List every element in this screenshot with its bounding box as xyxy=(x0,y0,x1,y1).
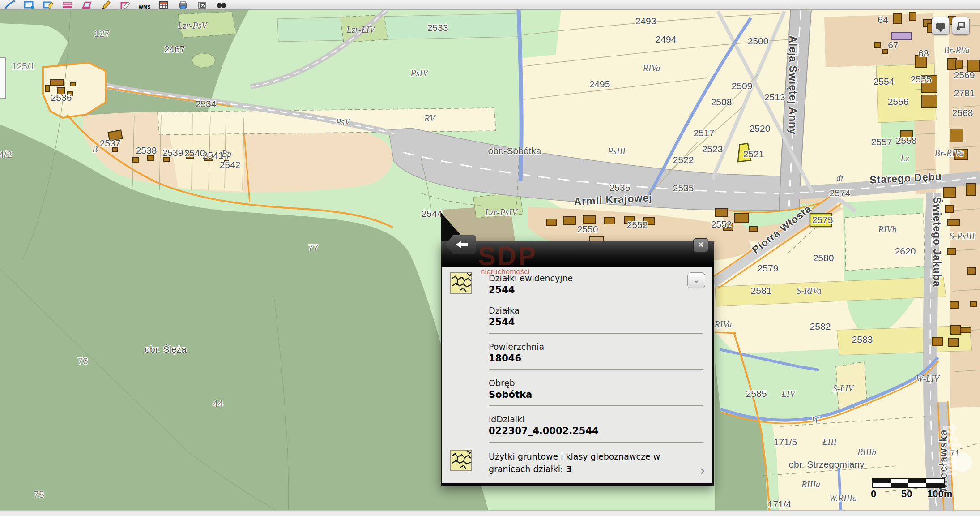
pencil-icon xyxy=(101,0,111,9)
scale-tick-50: 50 xyxy=(901,488,912,500)
measure-area-tool[interactable] xyxy=(81,0,93,9)
popup-field-label: Użytki gruntowe i klasy gleboznawcze w g… xyxy=(489,451,697,475)
scale-bar: 0 50 100m xyxy=(872,478,948,499)
attribute-table-tool[interactable] xyxy=(158,0,170,9)
popup-header: ✕ xyxy=(441,241,714,267)
edit-polygon-icon xyxy=(120,0,131,9)
layer-thumbnail-icon xyxy=(450,272,472,294)
edit-rectangle-tool[interactable] xyxy=(42,0,55,9)
bottom-bar xyxy=(0,510,980,516)
checkbox-icon xyxy=(197,0,208,9)
app-window: 127125/14/225362467Lzr-PsV2534B253725382… xyxy=(0,0,980,516)
select-rectangle-tool[interactable] xyxy=(23,0,35,9)
popup-row: Działka2544 xyxy=(442,299,712,331)
popup-field-value: 022307_4.0002.2544 xyxy=(489,426,705,436)
speech-bubble-icon xyxy=(936,23,945,29)
scale-tick-0: 0 xyxy=(871,488,876,500)
select-features-tool[interactable] xyxy=(196,0,209,9)
zoom-slider[interactable] xyxy=(0,57,6,99)
collapse-attributes-button[interactable]: ⌄ xyxy=(687,272,705,288)
back-arrow-icon xyxy=(455,240,469,249)
chevron-right-icon: › xyxy=(700,466,705,475)
feature-info-popup: ✕ Działki ewidencyjne2544⌄Działka2544Pow… xyxy=(441,241,714,486)
rectangle-pencil-icon xyxy=(43,0,54,9)
popup-row: Działki ewidencyjne2544⌄ xyxy=(442,267,712,299)
popup-field-value: 2544 xyxy=(489,317,705,327)
popup-field-label: idDzialki xyxy=(489,414,705,424)
popup-row: ObrębSobótka xyxy=(442,372,712,404)
popup-field-value: 2544 xyxy=(489,284,687,295)
extent-window-icon xyxy=(956,21,966,31)
toolbar: WMS xyxy=(0,0,980,10)
feedback-bubble-button[interactable] xyxy=(932,17,950,35)
pink-lines-icon xyxy=(62,0,73,9)
print-tool[interactable] xyxy=(177,0,189,9)
popup-field-label: Obręb xyxy=(489,378,705,388)
draw-line-icon xyxy=(4,0,15,9)
scale-tick-100: 100m xyxy=(927,488,952,500)
previous-extent-button[interactable] xyxy=(952,17,970,35)
popup-field-label: Działki ewidencyjne xyxy=(489,273,687,283)
search-binoculars-tool[interactable] xyxy=(215,0,228,9)
draw-line-tool[interactable] xyxy=(4,0,16,9)
wms-tool[interactable]: WMS xyxy=(138,0,151,9)
close-popup-button[interactable]: ✕ xyxy=(693,238,708,252)
pencil-tool[interactable] xyxy=(100,0,112,9)
rectangle-icon xyxy=(24,0,34,9)
popup-row: Powierzchnia18046 xyxy=(442,335,712,367)
pink-area-icon xyxy=(81,0,92,9)
popup-link-row[interactable]: Użytki gruntowe i klasy gleboznawcze w g… xyxy=(442,444,712,479)
scale-bar-graphic xyxy=(872,478,945,488)
popup-rows: Działki ewidencyjne2544⌄Działka2544Powie… xyxy=(442,267,712,479)
popup-field-value: Sobótka xyxy=(489,389,705,400)
popup-field-value: 18046 xyxy=(489,353,705,364)
popup-field-value: 3 xyxy=(566,464,572,474)
layer-thumbnail-icon xyxy=(450,450,472,471)
table-icon xyxy=(158,0,169,9)
popup-field-label: Działka xyxy=(489,305,705,315)
binoculars-icon xyxy=(216,0,227,9)
map-viewport[interactable]: 127125/14/225362467Lzr-PsV2534B253725382… xyxy=(0,0,980,516)
printer-icon xyxy=(178,0,188,9)
popup-field-label: Powierzchnia xyxy=(489,342,705,352)
wms-label: WMS xyxy=(139,4,151,9)
popup-body: Działki ewidencyjne2544⌄Działka2544Powie… xyxy=(442,267,712,483)
popup-row: idDzialki022307_4.0002.2544 xyxy=(442,408,712,440)
edit-geometry-tool[interactable] xyxy=(119,0,132,9)
measure-lines-tool[interactable] xyxy=(61,0,74,9)
